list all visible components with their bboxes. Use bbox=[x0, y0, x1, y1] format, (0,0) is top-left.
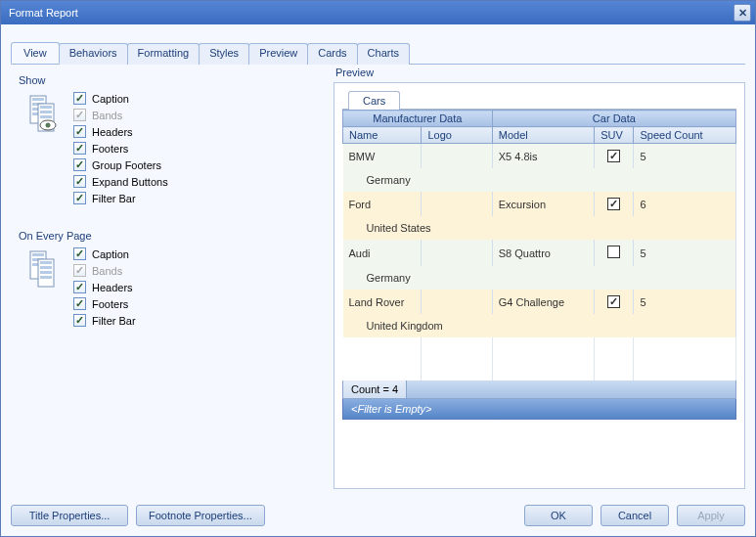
checkbox-icon bbox=[73, 125, 86, 138]
check-caption[interactable]: Caption bbox=[73, 90, 316, 107]
title-properties-button[interactable]: Title Properties... bbox=[11, 505, 128, 526]
svg-rect-6 bbox=[40, 106, 52, 109]
show-checklist: Caption Bands Headers Footers Group Foot… bbox=[73, 90, 316, 206]
preview-grid: Manufacturer Data Car Data Name Logo Mod… bbox=[342, 110, 736, 380]
footnote-properties-button[interactable]: Footnote Properties... bbox=[136, 505, 265, 526]
checkbox-icon bbox=[73, 109, 86, 121]
svg-rect-19 bbox=[40, 276, 52, 279]
close-icon: ✕ bbox=[738, 7, 747, 20]
group-row[interactable]: Germany bbox=[343, 168, 736, 192]
titlebar: Format Report ✕ bbox=[1, 1, 755, 24]
svg-rect-17 bbox=[40, 266, 52, 269]
preview-pane: Cars Manufacturer Data Car Data Name Log… bbox=[334, 82, 745, 489]
close-button[interactable]: ✕ bbox=[734, 4, 751, 22]
checkbox-icon bbox=[73, 247, 86, 260]
checkbox-icon bbox=[73, 92, 86, 105]
ok-button[interactable]: OK bbox=[524, 505, 593, 526]
group-every-page-label: On Every Page bbox=[19, 230, 316, 242]
table-row bbox=[343, 359, 736, 380]
col-suv[interactable]: SUV bbox=[595, 127, 634, 144]
group-row[interactable]: United States bbox=[343, 216, 736, 240]
col-model[interactable]: Model bbox=[492, 127, 595, 144]
check-ep-footers[interactable]: Footers bbox=[73, 295, 316, 312]
col-logo[interactable]: Logo bbox=[422, 127, 492, 144]
svg-rect-1 bbox=[32, 98, 44, 101]
check-filter-bar[interactable]: Filter Bar bbox=[73, 190, 316, 206]
tab-behaviors[interactable]: Behaviors bbox=[59, 43, 128, 65]
check-ep-headers[interactable]: Headers bbox=[73, 279, 316, 295]
apply-button[interactable]: Apply bbox=[677, 505, 745, 526]
filter-bar[interactable]: <Filter is Empty> bbox=[342, 399, 736, 420]
group-show: Show bbox=[11, 67, 324, 214]
preview-inner-tabs: Cars bbox=[342, 91, 736, 110]
band-manufacturer[interactable]: Manufacturer Data bbox=[343, 111, 493, 127]
left-column: Show bbox=[11, 67, 324, 489]
window: Format Report ✕ View Behaviors Formattin… bbox=[0, 0, 756, 537]
checkbox-icon bbox=[73, 158, 86, 171]
check-ep-filter-bar[interactable]: Filter Bar bbox=[73, 312, 316, 329]
dialog-body: View Behaviors Formatting Styles Preview… bbox=[1, 24, 755, 497]
table-row[interactable]: Ford Excursion 6 bbox=[343, 192, 736, 216]
checkbox-icon bbox=[73, 142, 86, 155]
check-ep-bands: Bands bbox=[73, 262, 316, 279]
preview-label: Preview bbox=[334, 67, 745, 78]
check-footers[interactable]: Footers bbox=[73, 140, 316, 157]
svg-rect-7 bbox=[40, 111, 52, 113]
tab-content: Show bbox=[11, 65, 745, 489]
window-title: Format Report bbox=[9, 7, 734, 19]
table-row[interactable]: Audi S8 Quattro 5 bbox=[343, 240, 736, 266]
suv-checkbox-icon bbox=[607, 150, 620, 162]
suv-checkbox-icon bbox=[607, 295, 620, 308]
tab-view[interactable]: View bbox=[11, 42, 60, 64]
suv-checkbox-icon bbox=[607, 246, 620, 258]
checkbox-icon bbox=[73, 297, 86, 310]
check-expand-buttons[interactable]: Expand Buttons bbox=[73, 173, 316, 190]
count-cell: Count = 4 bbox=[343, 380, 407, 398]
col-speed[interactable]: Speed Count bbox=[634, 127, 736, 144]
footer-buttons: Title Properties... Footnote Properties.… bbox=[1, 497, 755, 536]
col-name[interactable]: Name bbox=[343, 127, 422, 144]
check-group-footers[interactable]: Group Footers bbox=[73, 157, 316, 173]
check-ep-caption[interactable]: Caption bbox=[73, 246, 316, 262]
cancel-button[interactable]: Cancel bbox=[600, 505, 669, 526]
checkbox-icon bbox=[73, 175, 86, 188]
tab-formatting[interactable]: Formatting bbox=[127, 43, 200, 65]
svg-rect-12 bbox=[32, 253, 44, 256]
right-column: Preview Cars Manufacturer Data Car Data bbox=[334, 67, 745, 489]
checkbox-icon bbox=[73, 314, 86, 327]
group-every-page: On Every Page bbox=[11, 222, 324, 336]
every-page-icon bbox=[19, 246, 73, 289]
tab-styles[interactable]: Styles bbox=[199, 43, 249, 65]
main-tabs: View Behaviors Formatting Styles Preview… bbox=[11, 42, 745, 65]
footer-row: Count = 4 bbox=[342, 380, 736, 399]
tab-cars[interactable]: Cars bbox=[348, 91, 400, 110]
checkbox-icon bbox=[73, 281, 86, 293]
suv-checkbox-icon bbox=[607, 198, 620, 210]
group-show-label: Show bbox=[19, 74, 316, 86]
tab-preview[interactable]: Preview bbox=[248, 43, 308, 65]
svg-rect-18 bbox=[40, 271, 52, 274]
svg-rect-8 bbox=[40, 115, 52, 118]
group-row[interactable]: Germany bbox=[343, 266, 736, 290]
tab-charts[interactable]: Charts bbox=[357, 43, 410, 65]
svg-rect-16 bbox=[40, 261, 52, 264]
checkbox-icon bbox=[73, 264, 86, 277]
table-row[interactable]: BMW X5 4.8is 5 bbox=[343, 144, 736, 169]
table-row bbox=[343, 337, 736, 359]
show-icon bbox=[19, 90, 73, 133]
every-page-checklist: Caption Bands Headers Footers Filter Bar bbox=[73, 246, 316, 329]
svg-point-10 bbox=[46, 123, 51, 128]
checkbox-icon bbox=[73, 192, 86, 204]
check-headers[interactable]: Headers bbox=[73, 123, 316, 140]
check-bands: Bands bbox=[73, 107, 316, 123]
band-car[interactable]: Car Data bbox=[492, 111, 735, 127]
tab-cards[interactable]: Cards bbox=[307, 43, 357, 65]
table-row[interactable]: Land Rover G4 Challenge 5 bbox=[343, 290, 736, 314]
group-row[interactable]: United Kingdom bbox=[343, 314, 736, 337]
